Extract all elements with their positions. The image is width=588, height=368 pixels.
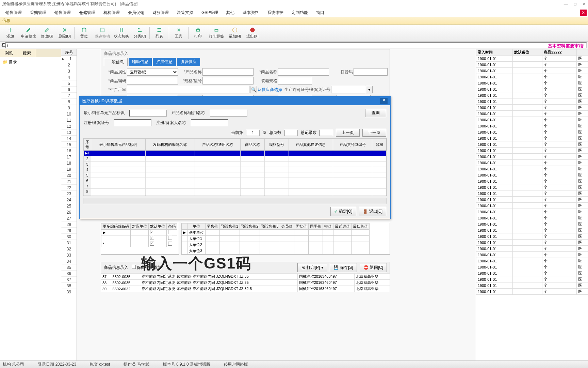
product-name-input[interactable] (202, 68, 254, 76)
tools-button[interactable]: 工具 (170, 25, 187, 41)
ok-button[interactable]: ✔ 确定[O] (330, 207, 356, 216)
label-product-common-name: 产品名称/通用名称 (172, 110, 205, 116)
delete-button[interactable]: 删除[D] (56, 25, 74, 41)
menu-item[interactable]: 财务管理 (148, 9, 173, 17)
label-registrant: 注册/备案人名称 (156, 120, 186, 126)
tree-root[interactable]: 📁 目录 (1, 59, 60, 66)
table-row: 398502-0032脊柱前路内固定系统-颈椎前路 脊柱前路内固 JZQLNGD… (101, 286, 390, 292)
print-button[interactable]: 打印 (189, 25, 207, 41)
label-spec: 规格/型号 (179, 78, 202, 84)
menu-item[interactable]: 销售管理 (50, 9, 75, 17)
menu-item[interactable]: 采购管理 (26, 9, 50, 17)
help-button[interactable]: 帮助[H] (226, 25, 244, 41)
menu-item[interactable]: 销售管理 (1, 9, 26, 17)
label-goods-name: 商品名称 (254, 69, 277, 75)
close-icon[interactable]: ✕ (583, 2, 586, 6)
menubar: 销售管理 采购管理 销售管理 仓储管理 机构管理 会员促销 财务管理 决策支持 … (0, 8, 588, 17)
tree[interactable]: 📁 目录 (0, 57, 61, 67)
address-bar: 栏 (0, 42, 588, 49)
tab-search[interactable]: 搜索 (18, 49, 36, 57)
table-row: 388502-0035脊柱前路内固定系统-颈椎前路 脊柱前路内固 JZQLNGD… (101, 280, 390, 286)
label-reg-no: 注册/备案证号 (84, 120, 109, 126)
grid-summary-bar (83, 198, 387, 204)
menu-item[interactable]: 仓储管理 (75, 9, 99, 17)
search-icon[interactable]: 🔍 (250, 86, 257, 93)
dialog-titlebar[interactable]: 医疗器械UDI共享数据 ✕ (80, 96, 390, 105)
tab-general[interactable]: 一般信息 (104, 58, 128, 66)
status-network: (6用户网络版 (224, 362, 248, 367)
right-grid: 录入时间默认货位商品22222 1900-01-01个医1900-01-01个医… (476, 49, 588, 361)
mdi-close-icon[interactable]: ✕ (580, 10, 587, 16)
status-org: 机构 总公司 (3, 362, 24, 367)
goods-name-input[interactable] (278, 68, 329, 76)
status-toggle-button[interactable]: 状态切换 (112, 25, 131, 41)
audit-notice: 基本资料需要审核! (548, 43, 585, 49)
category-button[interactable]: 分类[C] (131, 25, 149, 41)
label-product-attr: 商品属性 (103, 69, 126, 75)
minimize-icon[interactable]: — (564, 2, 568, 6)
back-button[interactable]: ⛔ 返回[C] (360, 263, 387, 272)
status-account: 帐套 qxtest (90, 362, 110, 367)
menu-item[interactable]: 定制功能 (288, 9, 312, 17)
tab-ext[interactable]: 扩展信息 (153, 58, 176, 66)
row-number-column: 序号 1234567891011121314151617181920212223… (61, 49, 77, 361)
pack-spec-input[interactable] (278, 77, 312, 85)
menu-item[interactable]: GSP管理 (197, 9, 222, 17)
menu-item[interactable]: 基本资料 (239, 9, 263, 17)
spec-input[interactable] (202, 77, 254, 85)
menu-item[interactable]: 窗口 (312, 9, 328, 17)
print-label-button[interactable]: 打印标签 (207, 25, 226, 41)
status-version: 版本号 8.9.1.0 器械增强版 (163, 362, 210, 367)
product-common-name-input[interactable] (210, 110, 247, 117)
left-panel: 浏览 搜索 📁 目录 (0, 49, 61, 361)
menu-item[interactable]: 系统维护 (263, 9, 288, 17)
bottom-data-rows: 378502-0035脊柱前路内固定系统-颈椎前路 脊柱前路内固 JZQLNGD… (101, 273, 390, 292)
license-input[interactable] (331, 86, 365, 93)
exit-button[interactable]: 退出[X] (244, 25, 261, 41)
min-unit-id-input[interactable] (129, 110, 167, 117)
dropdown-icon[interactable]: ▾ (366, 86, 373, 93)
tab-aux[interactable]: 辅助信息 (129, 58, 152, 66)
info-bar: 信息 (0, 17, 588, 25)
registrant-input[interactable] (191, 119, 228, 126)
save-button[interactable]: 💾 保存[S] (330, 263, 357, 272)
menu-item[interactable]: 会员促销 (124, 9, 148, 17)
addr-input[interactable] (5, 42, 587, 48)
manufacturer-input[interactable] (127, 86, 249, 93)
save-move-button[interactable]: 保存移动 (93, 25, 112, 41)
modify-button[interactable]: 修改[G] (38, 25, 56, 41)
list-button[interactable]: 列表 (150, 25, 168, 41)
udi-dialog: 医疗器械UDI共享数据 ✕ 最小销售单元产品标识 产品名称/通用名称 查询 注册… (79, 96, 391, 219)
from-supplier-link[interactable]: 从供应商选择 (258, 87, 282, 93)
menu-item[interactable]: 决策支持 (173, 9, 197, 17)
menu-item[interactable]: 其他 (222, 9, 239, 17)
reg-no-input[interactable] (114, 119, 151, 126)
print-button[interactable]: 🖨 打印[P] ▾ (297, 263, 327, 272)
dialog-exit-button[interactable]: 🚪 退出[C] (359, 207, 386, 216)
current-page-input[interactable] (246, 130, 260, 136)
next-page-button[interactable]: 下一页 (362, 129, 386, 137)
status-login-date: 登录日期 2022-03-23 (38, 362, 76, 367)
udi-result-grid[interactable]: 序号最小销售单元产品标识发码机构的编码名称产品名称/通用名称商品名称规格型号产品… (83, 138, 387, 196)
goods-code-input[interactable] (127, 77, 178, 85)
prev-page-button[interactable]: 上一页 (336, 129, 360, 137)
tab-supply[interactable]: 协议供应 (177, 58, 200, 66)
pinyin-input[interactable] (354, 68, 388, 76)
maximize-icon[interactable]: □ (574, 2, 576, 6)
dialog-title-text: 医疗器械UDI共享数据 (82, 98, 122, 104)
label-manufacturer: 生产厂家 (103, 87, 126, 93)
query-button[interactable]: 查询 (365, 109, 386, 117)
label-goods-code: 商品编码 (103, 78, 126, 84)
add-button[interactable]: 添加 (1, 25, 19, 41)
dialog-close-icon[interactable]: ✕ (380, 98, 388, 104)
apply-modify-button[interactable]: 申请修改 (19, 25, 38, 41)
product-attr-select[interactable]: 医疗器械 (127, 68, 178, 76)
extra-code-grid[interactable]: 更多编码或条码对应单位默认单位条码 ▶ * (101, 223, 177, 247)
total-pages (284, 130, 298, 136)
menu-item[interactable]: 机构管理 (99, 9, 124, 17)
location-button[interactable]: 货位 (75, 25, 93, 41)
form-title: 商品信息录入 (101, 49, 390, 58)
tab-browse[interactable]: 浏览 (0, 49, 18, 57)
price-grid[interactable]: 单位零售价预设售价1预设售价2预设售价3会员价国批价国零价特价最近进价最低售价 … (181, 223, 370, 254)
svg-point-1 (250, 28, 255, 32)
